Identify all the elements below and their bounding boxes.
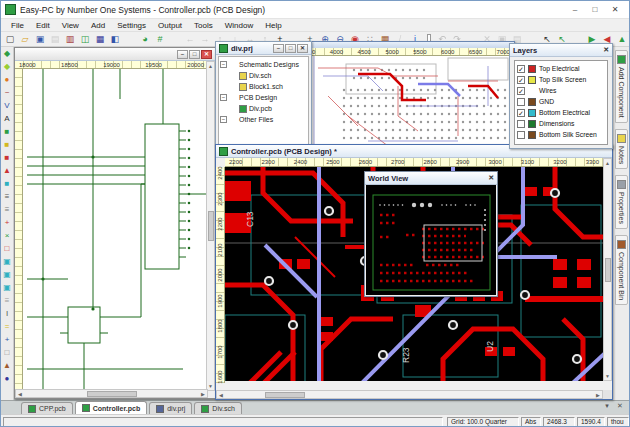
project-tree-item[interactable]: − PCB Design [220, 92, 307, 103]
symbol-icon[interactable]: ▦ [93, 33, 107, 46]
menu-item[interactable]: Edit [30, 21, 56, 30]
menu-item[interactable]: View [56, 21, 85, 30]
menu-item[interactable]: Window [219, 21, 259, 30]
separator[interactable] [123, 33, 137, 46]
layer-visibility-checkbox[interactable] [517, 131, 525, 139]
layer-visibility-checkbox[interactable]: ✓ [517, 76, 525, 84]
bin-tool-icon[interactable]: ● [2, 373, 13, 385]
layers-tool-icon[interactable]: ≡ [2, 191, 13, 203]
scroll-up-arrow[interactable]: ▲ [604, 159, 612, 167]
maximize-button[interactable]: □ [585, 3, 605, 17]
colors-icon[interactable]: ◕ [138, 33, 152, 46]
add-track-icon[interactable]: ■ [2, 152, 13, 164]
document-tab[interactable]: CPP.pcb [21, 402, 73, 414]
add-pad-icon[interactable]: ■ [2, 139, 13, 151]
save-icon[interactable]: ▣ [33, 33, 47, 46]
align-right-icon[interactable]: → [198, 33, 212, 46]
list-tool-icon[interactable]: ≡ [2, 295, 13, 307]
zoom-tool-icon[interactable]: + [2, 334, 13, 346]
document-tab[interactable]: Div.sch [194, 402, 241, 414]
project-maximize-button[interactable]: □ [285, 44, 296, 53]
docked-tab[interactable]: Notes [615, 129, 628, 169]
ground-tool-icon[interactable]: × [2, 230, 13, 242]
layers-close-icon[interactable]: ✕ [603, 46, 609, 54]
select-tool-icon[interactable]: ◆ [2, 48, 13, 60]
gate-tool-icon[interactable]: ◆ [2, 61, 13, 73]
grid-icon[interactable]: # [153, 33, 167, 46]
world-view-canvas[interactable] [366, 185, 496, 295]
project-tree-item[interactable]: Div.sch [220, 70, 307, 81]
dimension-tool-icon[interactable]: I [2, 308, 13, 320]
open-icon[interactable]: ▱ [18, 33, 32, 46]
schematic-close-button[interactable]: ✕ [201, 50, 212, 59]
add-shape-icon[interactable]: ▲ [2, 165, 13, 177]
nets-tool-icon[interactable]: ≡ [2, 204, 13, 216]
power-tool-icon[interactable]: + [2, 217, 13, 229]
scroll-thumb[interactable] [265, 392, 305, 398]
scroll-left-arrow[interactable]: ◀ [16, 390, 24, 398]
design-browser-icon[interactable]: ◧ [108, 33, 122, 46]
menu-item[interactable]: Output [152, 21, 188, 30]
menu-item[interactable]: Add [85, 21, 111, 30]
ic-tool-icon[interactable]: ● [2, 74, 13, 86]
menu-item[interactable]: File [5, 21, 30, 30]
scroll-up-arrow[interactable]: ▲ [207, 62, 215, 70]
scroll-thumb[interactable] [605, 258, 611, 282]
docked-tab[interactable]: Add Component [615, 50, 628, 123]
scroll-thumb[interactable] [87, 391, 137, 397]
layer-visibility-checkbox[interactable]: ✓ [517, 65, 525, 73]
wire-tool-icon[interactable]: ~ [2, 87, 13, 99]
print-icon[interactable]: ▤ [48, 33, 62, 46]
layer-visibility-checkbox[interactable]: ✓ [517, 109, 525, 117]
menu-item[interactable]: Help [259, 21, 287, 30]
schematic-maximize-button[interactable]: □ [189, 50, 200, 59]
bus-tool-icon[interactable]: V [2, 100, 13, 112]
schematic-canvas[interactable] [23, 69, 208, 391]
note-tool-icon[interactable]: = [2, 321, 13, 333]
layer-visibility-checkbox[interactable] [517, 98, 525, 106]
board-tool-icon[interactable]: □ [2, 243, 13, 255]
tab-menu-icon[interactable]: ▾ [602, 402, 612, 410]
tree-expander-icon[interactable]: − [220, 94, 227, 101]
document-tab[interactable]: div.prj [149, 402, 192, 414]
doc-tool-icon[interactable]: □ [2, 347, 13, 359]
copper-top-icon[interactable]: ▣ [2, 256, 13, 268]
pcb-horizontal-scrollbar[interactable]: ◀ ▶ [216, 390, 603, 399]
new-document-icon[interactable]: ▢ [3, 33, 17, 46]
copper-inner-icon[interactable]: ▣ [2, 269, 13, 281]
add-via-icon[interactable]: ■ [2, 178, 13, 190]
scroll-right-arrow[interactable]: ▶ [594, 391, 602, 399]
menu-item[interactable]: Settings [111, 21, 152, 30]
world-view-close-icon[interactable]: ✕ [488, 174, 494, 182]
scroll-right-arrow[interactable]: ▶ [199, 390, 207, 398]
project-tree-item[interactable]: − Schematic Designs [220, 59, 307, 70]
tree-expander-icon[interactable]: − [220, 116, 227, 123]
schematic-horizontal-scrollbar[interactable]: ◀ ▶ [15, 389, 208, 398]
schematic-vertical-scrollbar[interactable]: ▲ ▼ [206, 61, 215, 391]
docked-tab[interactable]: Properties [615, 175, 628, 229]
close-button[interactable]: ✕ [605, 3, 625, 17]
menu-item[interactable]: Tools [188, 21, 219, 30]
document-tab[interactable]: Controller.pcb [75, 401, 147, 414]
minimize-button[interactable]: – [565, 3, 585, 17]
library-icon[interactable]: ▥ [63, 33, 77, 46]
scroll-thumb[interactable] [208, 211, 214, 241]
scroll-left-arrow[interactable]: ◀ [217, 391, 225, 399]
route-mode-3-icon[interactable]: ▲ [615, 33, 629, 46]
project-close-button[interactable]: ✕ [297, 44, 308, 53]
project-tree-item[interactable]: − Other Files [220, 114, 307, 125]
copper-bottom-icon[interactable]: ▣ [2, 282, 13, 294]
add-component-icon[interactable]: ■ [2, 126, 13, 138]
scroll-down-arrow[interactable]: ▼ [604, 372, 612, 380]
tab-close-icon[interactable]: ✕ [615, 402, 625, 410]
project-tree-item[interactable]: Div.pcb [220, 103, 307, 114]
tree-expander-icon[interactable]: − [220, 61, 227, 68]
schematic-minimize-button[interactable]: – [177, 50, 188, 59]
background-pcb-canvas[interactable] [298, 56, 514, 152]
layer-visibility-checkbox[interactable]: ✓ [517, 87, 525, 95]
pcb-vertical-scrollbar[interactable]: ▲ ▼ [603, 158, 612, 381]
component-icon[interactable]: ◫ [78, 33, 92, 46]
project-tree-item[interactable]: Block1.sch [220, 81, 307, 92]
drill-tool-icon[interactable]: ▲ [2, 360, 13, 372]
align-left-icon[interactable]: ← [183, 33, 197, 46]
